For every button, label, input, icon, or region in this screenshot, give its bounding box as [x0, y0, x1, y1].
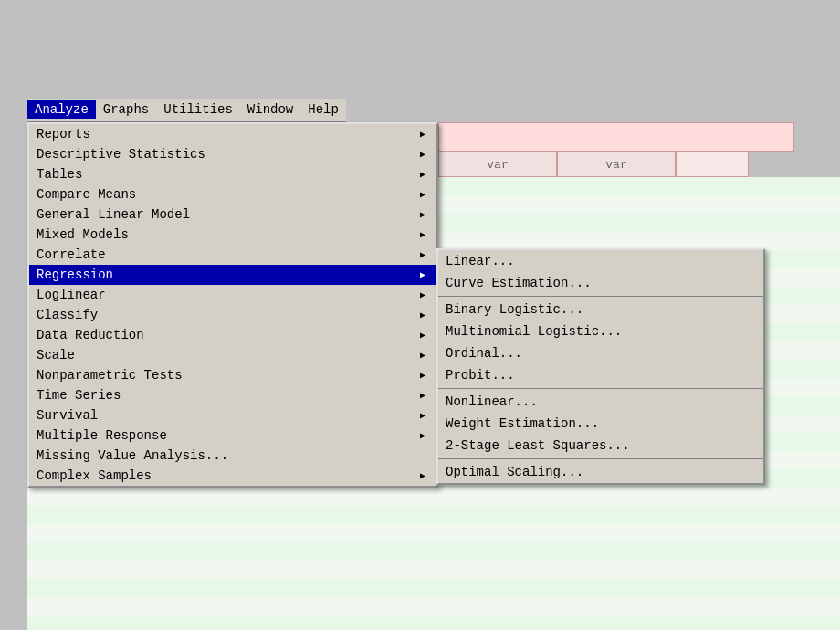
menu-item-multinomial-logistic[interactable]: Multinomial Logistic... [438, 320, 763, 342]
menu-item-ordinal[interactable]: Ordinal... [438, 342, 763, 364]
menu-container: Analyze Graphs Utilities Window Help Rep… [27, 99, 346, 122]
menu-help[interactable]: Help [300, 100, 346, 119]
separator-1 [438, 296, 763, 297]
menu-item-general-linear[interactable]: General Linear Model ▶ [29, 205, 436, 225]
submenu-arrow: ▶ [420, 169, 425, 180]
menu-item-classify[interactable]: Classify ▶ [29, 305, 436, 325]
menu-item-probit[interactable]: Probit... [438, 364, 763, 386]
menu-item-scale[interactable]: Scale ▶ [29, 345, 436, 365]
var-column-headers: var var [438, 152, 749, 177]
menu-item-multiple-response[interactable]: Multiple Response ▶ [29, 425, 436, 446]
menu-item-complex-samples[interactable]: Complex Samples ▶ [29, 466, 436, 486]
analyze-dropdown: Reports ▶ Descriptive Statistics ▶ Table… [27, 122, 438, 488]
submenu-arrow: ▶ [420, 249, 425, 260]
submenu-arrow: ▶ [420, 330, 425, 341]
menu-item-loglinear[interactable]: Loglinear ▶ [29, 285, 436, 305]
menu-item-optimal-scaling[interactable]: Optimal Scaling... [438, 461, 763, 483]
separator-3 [438, 458, 763, 459]
var-col-3 [676, 152, 749, 177]
submenu-arrow: ▶ [420, 209, 425, 220]
var-col-1: var [438, 152, 557, 177]
menu-item-descriptive[interactable]: Descriptive Statistics ▶ [29, 144, 436, 164]
formula-bar [438, 122, 794, 152]
submenu-arrow: ▶ [420, 310, 425, 320]
menu-item-nonlinear[interactable]: Nonlinear... [438, 391, 763, 413]
submenu-arrow: ▶ [420, 129, 425, 140]
menu-item-tables[interactable]: Tables ▶ [29, 164, 436, 184]
menu-item-data-reduction[interactable]: Data Reduction ▶ [29, 325, 436, 345]
submenu-arrow: ▶ [420, 370, 425, 381]
menu-item-curve-estimation[interactable]: Curve Estimation... [438, 272, 763, 294]
menu-item-linear[interactable]: Linear... [438, 250, 763, 272]
submenu-arrow: ▶ [420, 289, 425, 300]
menu-utilities[interactable]: Utilities [156, 100, 240, 119]
menu-analyze[interactable]: Analyze [27, 100, 96, 119]
menubar: Analyze Graphs Utilities Window Help [27, 99, 346, 122]
submenu-arrow: ▶ [420, 189, 425, 200]
menu-item-reports[interactable]: Reports ▶ [29, 124, 436, 144]
menu-item-nonparametric[interactable]: Nonparametric Tests ▶ [29, 365, 436, 385]
submenu-arrow: ▶ [420, 149, 425, 160]
menu-item-2stage-least-squares[interactable]: 2-Stage Least Squares... [438, 435, 763, 457]
menu-item-binary-logistic[interactable]: Binary Logistic... [438, 299, 763, 320]
menu-item-regression[interactable]: Regression ▶ [29, 265, 436, 285]
menu-graphs[interactable]: Graphs [96, 100, 156, 119]
var-col-2: var [557, 152, 676, 177]
submenu-arrow: ▶ [420, 390, 425, 401]
menu-item-survival[interactable]: Survival ▶ [29, 405, 436, 425]
menu-item-compare-means[interactable]: Compare Means ▶ [29, 184, 436, 205]
submenu-arrow: ▶ [420, 410, 425, 421]
menu-item-weight-estimation[interactable]: Weight Estimation... [438, 413, 763, 435]
menu-item-missing-value[interactable]: Missing Value Analysis... [29, 446, 436, 466]
submenu-arrow: ▶ [420, 350, 425, 361]
submenu-arrow: ▶ [420, 430, 425, 441]
menu-window[interactable]: Window [240, 100, 300, 119]
menu-item-time-series[interactable]: Time Series ▶ [29, 385, 436, 405]
submenu-arrow: ▶ [420, 229, 425, 240]
separator-2 [438, 388, 763, 389]
submenu-arrow: ▶ [420, 470, 425, 481]
menu-item-mixed-models[interactable]: Mixed Models ▶ [29, 225, 436, 245]
submenu-arrow: ▶ [420, 269, 425, 280]
regression-submenu: Linear... Curve Estimation... Binary Log… [436, 248, 765, 485]
menu-item-correlate[interactable]: Correlate ▶ [29, 245, 436, 265]
